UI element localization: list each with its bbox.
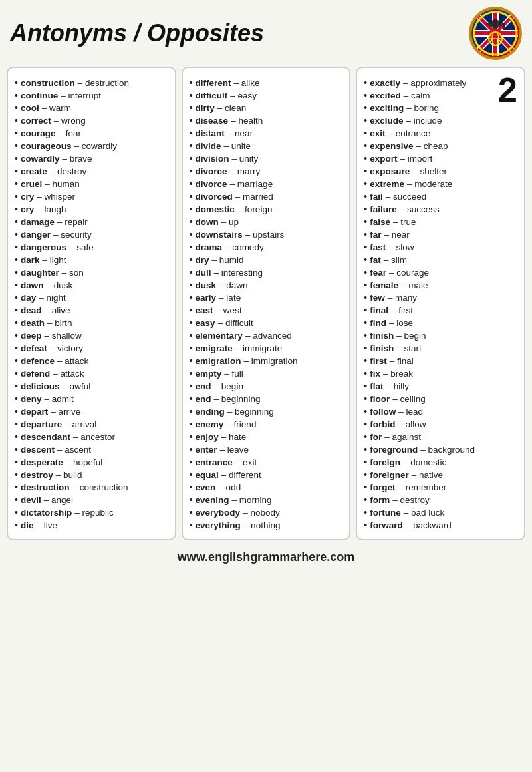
list-item: expensive – cheap — [364, 139, 498, 152]
word-key: foreign — [370, 457, 400, 467]
word-value: – awful — [62, 381, 90, 391]
word-key: everybody — [196, 508, 241, 518]
word-key: early — [196, 293, 217, 303]
word-value: – night — [39, 293, 66, 303]
list-item: divorce – marry — [190, 164, 343, 177]
word-key: exactly — [370, 78, 400, 88]
word-value: – up — [221, 217, 239, 227]
list-item: end – beginning — [190, 392, 343, 405]
word-key: exclude — [370, 116, 403, 126]
list-item: far – near — [364, 228, 498, 240]
list-item: find – lose — [364, 316, 498, 329]
list-item: correct – wrong — [15, 114, 168, 126]
word-value: – foreign — [237, 204, 273, 214]
word-value: – victory — [50, 343, 83, 353]
word-key: domestic — [196, 204, 235, 214]
word-key: export — [370, 154, 397, 164]
list-item: few – many — [364, 291, 498, 303]
list-item: dangerous – safe — [15, 240, 168, 253]
list-item: enemy – friend — [190, 417, 343, 430]
list-item: elementary – advanced — [190, 329, 343, 341]
list-item: dry – humid — [190, 253, 343, 266]
list-item: finish – start — [364, 341, 498, 354]
word-value: – many — [388, 293, 417, 303]
word-value: – beginning — [214, 394, 261, 404]
word-key: destruction — [21, 482, 70, 492]
word-key: equal — [196, 470, 219, 480]
word-value: – leave — [220, 445, 249, 455]
word-value: – arrival — [65, 419, 96, 429]
word-value: – dusk — [46, 280, 72, 290]
list-item: forbid – allow — [364, 417, 498, 430]
list-item: descendant – ancestor — [15, 430, 168, 443]
list-item: forward – backward — [364, 518, 498, 531]
word-value: – male — [401, 280, 428, 290]
word-key: dusk — [196, 280, 217, 290]
logo — [469, 7, 522, 60]
word-value: – begin — [214, 381, 243, 391]
word-value: – immigration — [244, 356, 298, 366]
word-value: – destroy — [50, 166, 87, 176]
list-item: foreign – domestic — [364, 455, 498, 468]
word-key: entrance — [196, 457, 233, 467]
word-key: enemy — [196, 419, 224, 429]
word-value: – calm — [404, 91, 430, 100]
word-value: – slim — [384, 255, 407, 265]
word-key: dirty — [196, 103, 215, 113]
word-key: disease — [196, 116, 229, 126]
word-value: – break — [383, 369, 413, 379]
list-item: fat – slim — [364, 253, 498, 266]
word-value: – approximately — [403, 78, 466, 88]
list-item: continue – interrupt — [15, 89, 168, 101]
word-key: defence — [21, 356, 55, 366]
word-key: devil — [21, 495, 41, 505]
word-key: foreground — [370, 445, 418, 455]
word-key: defeat — [21, 343, 47, 353]
list-item: day – night — [15, 291, 168, 303]
columns-wrapper: construction – destructioncontinue – int… — [7, 67, 525, 540]
list-item: destruction – construction — [15, 481, 168, 493]
word-key: divorced — [196, 192, 233, 202]
list-item: exclude – include — [364, 114, 498, 126]
word-key: emigration — [196, 356, 241, 366]
word-key: flat — [370, 381, 383, 391]
word-value: – destroy — [392, 495, 430, 505]
word-value: – slow — [388, 242, 414, 252]
list-item: evening – morning — [190, 493, 343, 506]
word-value: – unite — [224, 141, 251, 151]
word-key: exit — [370, 128, 385, 138]
word-key: emigrate — [196, 343, 233, 353]
word-value: – ceiling — [392, 394, 426, 404]
word-value: – son — [62, 268, 84, 278]
word-key: destroy — [21, 470, 53, 480]
word-value: – cowardly — [74, 141, 117, 151]
word-value: – begin — [396, 331, 426, 341]
word-key: courage — [21, 128, 56, 138]
word-value: – light — [42, 255, 66, 265]
list-item: exactly – approximately — [364, 76, 498, 89]
list-item: finish – begin — [364, 329, 498, 341]
list-item: devil – angel — [15, 493, 168, 506]
word-value: – cheap — [416, 141, 448, 151]
word-key: female — [370, 280, 398, 290]
list-item: final – first — [364, 303, 498, 316]
word-value: – morning — [232, 495, 272, 505]
word-value: – west — [216, 305, 242, 315]
word-value: – moderate — [407, 179, 452, 189]
word-key: forbid — [370, 419, 395, 429]
word-value: – alive — [44, 305, 70, 315]
word-key: create — [21, 166, 47, 176]
list-item: death – birth — [15, 316, 168, 329]
word-key: for — [370, 432, 382, 442]
word-value: – humid — [212, 255, 244, 265]
word-value: – interesting — [214, 268, 263, 278]
word-value: – against — [384, 432, 421, 442]
word-value: – include — [406, 116, 442, 126]
list-item: enter – leave — [190, 443, 343, 455]
word-key: cowardly — [21, 154, 60, 164]
list-item: equal – different — [190, 468, 343, 481]
list-item: courage – fear — [15, 126, 168, 139]
word-value: – friend — [226, 419, 256, 429]
list-item: first – final — [364, 354, 498, 367]
word-value: – republic — [74, 508, 114, 518]
